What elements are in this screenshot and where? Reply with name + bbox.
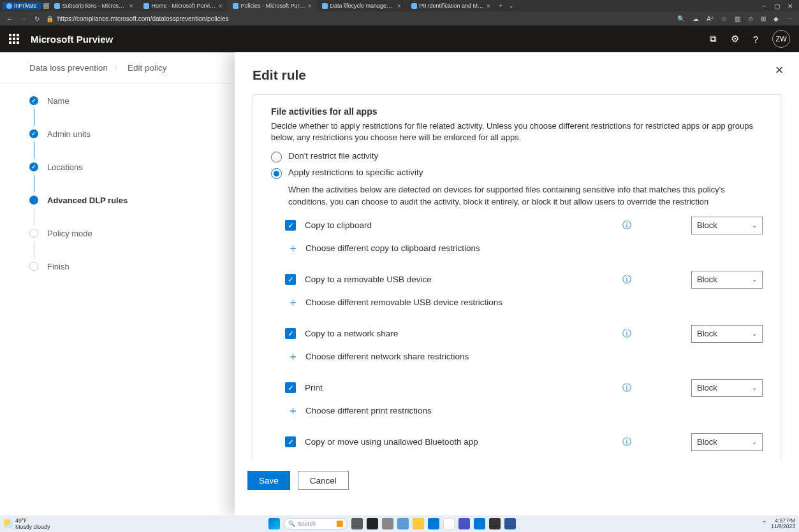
chevron-down-icon: ⌄	[752, 330, 757, 337]
info-icon[interactable]: ⓘ	[622, 328, 631, 340]
settings-icon[interactable]: ⚙	[731, 33, 739, 45]
close-window-icon[interactable]: ✕	[788, 3, 793, 10]
radio-dont-restrict[interactable]: Don't restrict file activity	[271, 151, 763, 162]
stepper: Name Admin units Locations Advanced DLP …	[29, 92, 157, 275]
action-select[interactable]: Block⌄	[691, 433, 763, 451]
action-select[interactable]: Block⌄	[691, 271, 763, 289]
activity-copy-usb: ✓ Copy to a removable USB device ⓘ Block…	[285, 271, 763, 289]
section-title: File activities for all apps	[271, 106, 763, 117]
close-panel-icon[interactable]: ✕	[775, 64, 784, 77]
edge-icon[interactable]	[428, 518, 439, 529]
minimize-icon[interactable]: ─	[762, 3, 766, 10]
weather-widget[interactable]: 49°F Mostly cloudy	[4, 517, 50, 530]
add-network-restriction[interactable]: ＋Choose different network share restrict…	[288, 349, 763, 364]
app-icon[interactable]	[397, 518, 409, 529]
panel-title: Edit rule	[235, 52, 799, 94]
close-icon[interactable]: ×	[219, 3, 223, 10]
close-icon[interactable]: ×	[397, 3, 401, 10]
inprivate-badge: InPrivate	[3, 2, 41, 10]
close-icon[interactable]: ×	[487, 3, 490, 10]
back-icon[interactable]: ←	[6, 15, 13, 22]
close-icon[interactable]: ×	[308, 3, 312, 10]
radio-apply-restrictions[interactable]: Apply restrictions to specific activity	[271, 168, 763, 179]
step-policy-mode[interactable]: Policy mode	[29, 225, 157, 241]
favorite-icon[interactable]: ☆	[721, 15, 727, 22]
link-icon[interactable]: ⧉	[710, 33, 717, 45]
search-icon: 🔍	[288, 521, 295, 527]
app-title: Microsoft Purview	[31, 34, 113, 45]
cancel-button[interactable]: Cancel	[298, 471, 349, 490]
checkbox[interactable]: ✓	[285, 382, 296, 393]
task-view-icon[interactable]	[351, 518, 363, 529]
edit-rule-panel: ✕ Edit rule File activities for all apps…	[235, 52, 799, 515]
url-field[interactable]: 🔒 https://compliance.microsoft.com/datal…	[46, 15, 228, 22]
step-finish[interactable]: Finish	[29, 258, 157, 275]
radio-icon[interactable]	[271, 168, 282, 179]
checkbox[interactable]: ✓	[285, 436, 296, 447]
tab-actions-icon[interactable]	[43, 3, 49, 9]
step-admin-units[interactable]: Admin units	[29, 126, 157, 142]
action-select[interactable]: Block⌄	[691, 217, 763, 234]
shopping-icon[interactable]: ☁	[693, 15, 699, 22]
collections-icon[interactable]: ⊞	[761, 15, 766, 22]
tab-overflow-icon[interactable]: ⌄	[506, 3, 517, 9]
app-icon[interactable]	[367, 518, 378, 529]
new-tab-button[interactable]: +	[495, 3, 506, 9]
add-print-restriction[interactable]: ＋Choose different print restrictions	[288, 403, 763, 418]
browser-tab[interactable]: Home - Microsoft Purview×	[138, 0, 228, 11]
browser-tab[interactable]: PII Identification and Minimizat...×	[406, 0, 495, 11]
tray-chevron-icon[interactable]: ⌃	[762, 521, 767, 526]
info-icon[interactable]: ⓘ	[622, 382, 631, 394]
activity-copy-clipboard: ✓ Copy to clipboard ⓘ Block⌄	[285, 217, 763, 234]
extensions-icon[interactable]: ◆	[773, 15, 779, 22]
teams-icon[interactable]	[458, 518, 470, 529]
start-icon[interactable]	[268, 518, 280, 529]
step-locations[interactable]: Locations	[29, 159, 157, 175]
checkbox[interactable]: ✓	[285, 274, 296, 285]
help-icon[interactable]: ?	[753, 34, 758, 45]
split-icon[interactable]: ▥	[735, 15, 740, 22]
plus-icon: ＋	[288, 241, 298, 255]
save-button[interactable]: Save	[247, 471, 290, 490]
zoom-icon[interactable]: 🔍	[677, 15, 685, 22]
avatar[interactable]: ZW	[772, 30, 790, 48]
menu-icon[interactable]: ⋯	[786, 15, 793, 22]
refresh-icon[interactable]: ↻	[34, 15, 40, 22]
maximize-icon[interactable]: ▢	[774, 3, 780, 10]
app-launcher-icon[interactable]	[9, 34, 19, 44]
info-icon[interactable]: ⓘ	[622, 220, 631, 231]
browser-tab[interactable]: Subscriptions - Microsoft 365 a...×	[49, 0, 138, 11]
file-explorer-icon[interactable]	[413, 518, 424, 529]
info-icon[interactable]: ⓘ	[622, 274, 631, 285]
radio-icon[interactable]	[271, 152, 282, 162]
step-name[interactable]: Name	[29, 92, 157, 109]
close-icon[interactable]: ×	[129, 3, 133, 10]
chevron-down-icon: ⌄	[752, 438, 757, 445]
snip-icon[interactable]	[520, 518, 531, 529]
read-aloud-icon[interactable]: Aᴬ	[707, 15, 714, 22]
favorites-bar-icon[interactable]: ✩	[748, 15, 753, 22]
add-usb-restriction[interactable]: ＋Choose different removable USB device r…	[288, 295, 763, 310]
word-icon[interactable]	[504, 518, 516, 529]
terminal-icon[interactable]	[489, 518, 501, 529]
outlook-icon[interactable]	[474, 518, 485, 529]
chrome-icon[interactable]	[443, 518, 455, 529]
panel-scroll-area[interactable]: File activities for all apps Decide whet…	[253, 94, 781, 461]
add-clipboard-restriction[interactable]: ＋Choose different copy to clipboard rest…	[288, 241, 763, 255]
action-select[interactable]: Block⌄	[691, 379, 763, 397]
taskbar-search[interactable]: 🔍Search🟧	[284, 518, 348, 529]
breadcrumb-item[interactable]: Data loss prevention	[29, 63, 108, 73]
activity-copy-network: ✓ Copy to a network share ⓘ Block⌄	[285, 325, 763, 343]
step-advanced-dlp[interactable]: Advanced DLP rules	[29, 192, 157, 208]
info-icon[interactable]: ⓘ	[622, 436, 631, 448]
checkbox[interactable]: ✓	[285, 328, 296, 339]
chevron-down-icon: ⌄	[752, 276, 757, 283]
action-select[interactable]: Block⌄	[691, 325, 763, 343]
browser-tab[interactable]: Data lifecycle management - M...×	[317, 0, 406, 11]
checkbox[interactable]: ✓	[285, 220, 296, 231]
breadcrumb-item: Edit policy	[128, 63, 167, 73]
section-description: Decide whether to apply restrictions for…	[271, 120, 763, 143]
browser-tab[interactable]: Policies - Microsoft Purview×	[228, 0, 317, 11]
app-icon[interactable]	[382, 518, 393, 529]
radio-description: When the activities below are detected o…	[288, 184, 763, 207]
